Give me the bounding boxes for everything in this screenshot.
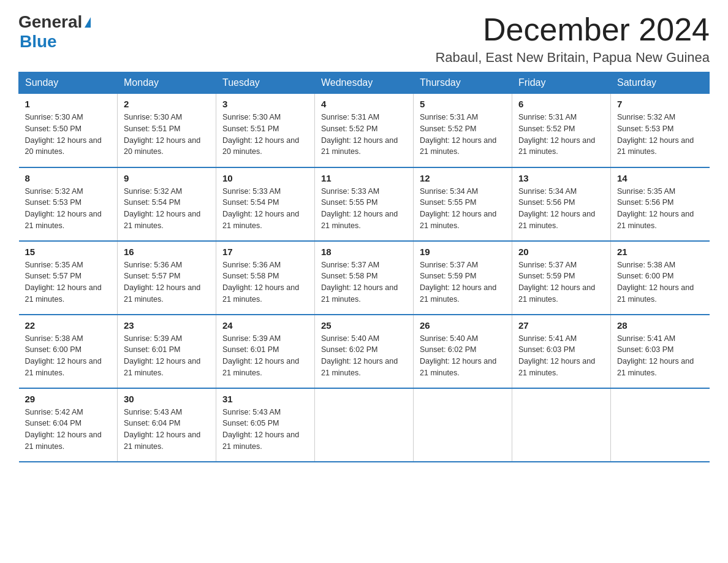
day-info: Sunrise: 5:30 AMSunset: 5:51 PMDaylight:… (222, 112, 308, 158)
day-number: 17 (222, 247, 308, 257)
day-info: Sunrise: 5:30 AMSunset: 5:51 PMDaylight:… (124, 112, 210, 158)
day-info: Sunrise: 5:41 AMSunset: 6:03 PMDaylight:… (617, 333, 703, 379)
calendar-cell: 26 Sunrise: 5:40 AMSunset: 6:02 PMDaylig… (414, 315, 512, 388)
day-number: 2 (124, 99, 210, 109)
day-info: Sunrise: 5:30 AMSunset: 5:50 PMDaylight:… (25, 112, 112, 158)
day-number: 29 (25, 394, 112, 404)
day-info: Sunrise: 5:33 AMSunset: 5:55 PMDaylight:… (321, 186, 407, 232)
calendar-cell: 28 Sunrise: 5:41 AMSunset: 6:03 PMDaylig… (611, 315, 710, 388)
calendar-cell (512, 388, 611, 462)
calendar-cell: 11 Sunrise: 5:33 AMSunset: 5:55 PMDaylig… (315, 167, 414, 241)
day-info: Sunrise: 5:42 AMSunset: 6:04 PMDaylight:… (25, 407, 112, 453)
day-info: Sunrise: 5:40 AMSunset: 6:02 PMDaylight:… (420, 333, 506, 379)
day-info: Sunrise: 5:32 AMSunset: 5:54 PMDaylight:… (124, 186, 210, 232)
day-number: 24 (222, 320, 308, 331)
day-number: 1 (25, 99, 112, 109)
calendar-cell: 14 Sunrise: 5:35 AMSunset: 5:56 PMDaylig… (611, 167, 710, 241)
day-info: Sunrise: 5:39 AMSunset: 6:01 PMDaylight:… (222, 333, 308, 379)
day-number: 19 (420, 247, 506, 257)
day-info: Sunrise: 5:32 AMSunset: 5:53 PMDaylight:… (617, 112, 703, 158)
logo-blue-text: Blue (20, 32, 57, 52)
calendar-cell: 27 Sunrise: 5:41 AMSunset: 6:03 PMDaylig… (512, 315, 611, 388)
day-number: 18 (321, 247, 407, 257)
day-info: Sunrise: 5:38 AMSunset: 6:00 PMDaylight:… (617, 259, 703, 305)
calendar-cell: 4 Sunrise: 5:31 AMSunset: 5:52 PMDayligh… (315, 94, 414, 167)
day-info: Sunrise: 5:40 AMSunset: 6:02 PMDaylight:… (321, 333, 407, 379)
day-number: 7 (617, 99, 703, 109)
day-info: Sunrise: 5:34 AMSunset: 5:56 PMDaylight:… (518, 186, 604, 232)
day-info: Sunrise: 5:39 AMSunset: 6:01 PMDaylight:… (124, 333, 210, 379)
day-number: 15 (25, 247, 112, 257)
calendar-week-row: 22 Sunrise: 5:38 AMSunset: 6:00 PMDaylig… (19, 315, 710, 388)
day-number: 13 (518, 173, 604, 183)
day-number: 6 (518, 99, 604, 109)
day-number: 5 (420, 99, 506, 109)
day-number: 14 (617, 173, 703, 183)
calendar-cell (315, 388, 414, 462)
day-number: 21 (617, 247, 703, 257)
calendar-cell: 21 Sunrise: 5:38 AMSunset: 6:00 PMDaylig… (611, 241, 710, 315)
calendar-cell: 23 Sunrise: 5:39 AMSunset: 6:01 PMDaylig… (118, 315, 216, 388)
day-number: 20 (518, 247, 604, 257)
calendar-cell: 3 Sunrise: 5:30 AMSunset: 5:51 PMDayligh… (216, 94, 315, 167)
day-info: Sunrise: 5:37 AMSunset: 5:59 PMDaylight:… (420, 259, 506, 305)
calendar-cell: 20 Sunrise: 5:37 AMSunset: 5:59 PMDaylig… (512, 241, 611, 315)
day-info: Sunrise: 5:37 AMSunset: 5:58 PMDaylight:… (321, 259, 407, 305)
logo-triangle-icon (85, 17, 91, 28)
header-friday: Friday (512, 72, 611, 94)
header-sunday: Sunday (19, 72, 118, 94)
day-info: Sunrise: 5:36 AMSunset: 5:57 PMDaylight:… (124, 259, 210, 305)
day-info: Sunrise: 5:34 AMSunset: 5:55 PMDaylight:… (420, 186, 506, 232)
day-info: Sunrise: 5:43 AMSunset: 6:05 PMDaylight:… (222, 407, 308, 453)
calendar-cell: 16 Sunrise: 5:36 AMSunset: 5:57 PMDaylig… (118, 241, 216, 315)
header: General Blue December 2024 Rabaul, East … (18, 12, 710, 66)
day-info: Sunrise: 5:31 AMSunset: 5:52 PMDaylight:… (321, 112, 407, 158)
header-monday: Monday (118, 72, 216, 94)
calendar-cell: 31 Sunrise: 5:43 AMSunset: 6:05 PMDaylig… (216, 388, 315, 462)
day-number: 22 (25, 320, 112, 331)
calendar-week-row: 29 Sunrise: 5:42 AMSunset: 6:04 PMDaylig… (19, 388, 710, 462)
header-wednesday: Wednesday (315, 72, 414, 94)
calendar-cell: 25 Sunrise: 5:40 AMSunset: 6:02 PMDaylig… (315, 315, 414, 388)
calendar-week-row: 1 Sunrise: 5:30 AMSunset: 5:50 PMDayligh… (19, 94, 710, 167)
day-number: 27 (518, 320, 604, 331)
header-tuesday: Tuesday (216, 72, 315, 94)
calendar-cell: 1 Sunrise: 5:30 AMSunset: 5:50 PMDayligh… (19, 94, 118, 167)
calendar-cell: 6 Sunrise: 5:31 AMSunset: 5:52 PMDayligh… (512, 94, 611, 167)
day-info: Sunrise: 5:41 AMSunset: 6:03 PMDaylight:… (518, 333, 604, 379)
day-info: Sunrise: 5:43 AMSunset: 6:04 PMDaylight:… (124, 407, 210, 453)
header-saturday: Saturday (611, 72, 710, 94)
calendar-table: Sunday Monday Tuesday Wednesday Thursday… (18, 72, 710, 462)
day-info: Sunrise: 5:33 AMSunset: 5:54 PMDaylight:… (222, 186, 308, 232)
day-info: Sunrise: 5:38 AMSunset: 6:00 PMDaylight:… (25, 333, 112, 379)
calendar-cell (611, 388, 710, 462)
page-container: General Blue December 2024 Rabaul, East … (18, 12, 710, 462)
calendar-cell: 17 Sunrise: 5:36 AMSunset: 5:58 PMDaylig… (216, 241, 315, 315)
calendar-cell: 18 Sunrise: 5:37 AMSunset: 5:58 PMDaylig… (315, 241, 414, 315)
day-number: 26 (420, 320, 506, 331)
calendar-week-row: 8 Sunrise: 5:32 AMSunset: 5:53 PMDayligh… (19, 167, 710, 241)
location-subtitle: Rabaul, East New Britain, Papua New Guin… (435, 50, 710, 66)
logo-general-text: General (18, 12, 82, 32)
calendar-cell: 12 Sunrise: 5:34 AMSunset: 5:55 PMDaylig… (414, 167, 512, 241)
calendar-cell: 30 Sunrise: 5:43 AMSunset: 6:04 PMDaylig… (118, 388, 216, 462)
day-info: Sunrise: 5:37 AMSunset: 5:59 PMDaylight:… (518, 259, 604, 305)
calendar-cell: 29 Sunrise: 5:42 AMSunset: 6:04 PMDaylig… (19, 388, 118, 462)
day-number: 11 (321, 173, 407, 183)
day-info: Sunrise: 5:36 AMSunset: 5:58 PMDaylight:… (222, 259, 308, 305)
calendar-cell: 13 Sunrise: 5:34 AMSunset: 5:56 PMDaylig… (512, 167, 611, 241)
day-number: 8 (25, 173, 112, 183)
calendar-cell: 19 Sunrise: 5:37 AMSunset: 5:59 PMDaylig… (414, 241, 512, 315)
day-number: 10 (222, 173, 308, 183)
day-number: 25 (321, 320, 407, 331)
month-year-title: December 2024 (435, 12, 710, 47)
day-info: Sunrise: 5:35 AMSunset: 5:56 PMDaylight:… (617, 186, 703, 232)
calendar-cell: 2 Sunrise: 5:30 AMSunset: 5:51 PMDayligh… (118, 94, 216, 167)
calendar-cell: 22 Sunrise: 5:38 AMSunset: 6:00 PMDaylig… (19, 315, 118, 388)
logo: General Blue (18, 12, 91, 52)
calendar-cell: 7 Sunrise: 5:32 AMSunset: 5:53 PMDayligh… (611, 94, 710, 167)
calendar-cell: 9 Sunrise: 5:32 AMSunset: 5:54 PMDayligh… (118, 167, 216, 241)
day-info: Sunrise: 5:32 AMSunset: 5:53 PMDaylight:… (25, 186, 112, 232)
calendar-cell: 10 Sunrise: 5:33 AMSunset: 5:54 PMDaylig… (216, 167, 315, 241)
day-number: 31 (222, 394, 308, 404)
